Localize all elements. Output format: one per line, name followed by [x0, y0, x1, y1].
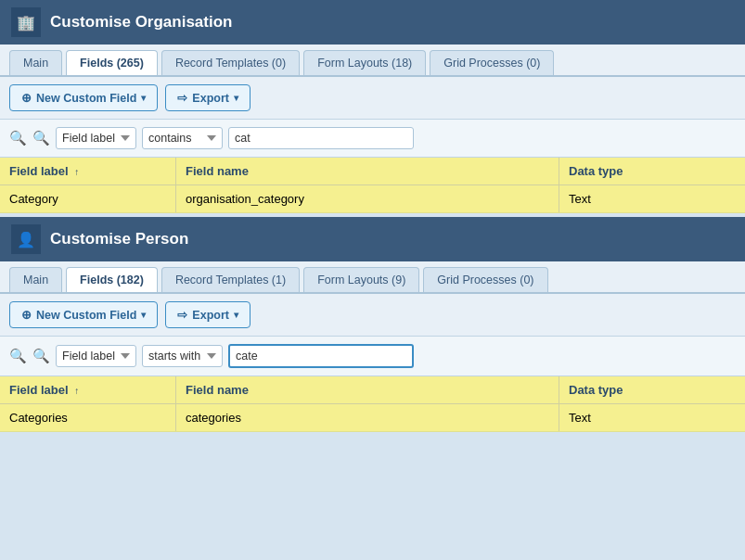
- org-col-type-text: Data type: [569, 164, 623, 178]
- org-filter-row: 🔍 🔍 Field label contains starts with equ…: [0, 120, 745, 158]
- org-col-name-header: Field name: [176, 158, 559, 185]
- org-tab-fields[interactable]: Fields (265): [66, 50, 158, 77]
- org-tab-record-templates[interactable]: Record Templates (0): [161, 50, 300, 75]
- org-toolbar: ⊕ New Custom Field ▾ ⇨ Export ▾: [0, 77, 745, 120]
- person-col-label-text: Field label: [9, 383, 69, 397]
- person-filter-field-select[interactable]: Field label: [56, 345, 136, 367]
- org-filter-condition-select[interactable]: contains starts with equals ends with: [142, 127, 223, 149]
- org-section-header: 🏢 Customise Organisation: [0, 0, 745, 45]
- org-tab-form-layouts[interactable]: Form Layouts (18): [303, 50, 426, 75]
- person-tab-form-layouts[interactable]: Form Layouts (9): [303, 267, 419, 292]
- org-row0-name: organisation_category: [176, 185, 559, 212]
- person-icon: 👤: [11, 224, 41, 254]
- person-export-icon: ⇨: [177, 308, 187, 322]
- sort-asc-icon[interactable]: ↑: [74, 167, 79, 177]
- person-export-label: Export: [192, 309, 229, 322]
- person-new-label: New Custom Field: [36, 309, 136, 322]
- org-filter-value-input[interactable]: [228, 127, 414, 149]
- person-chevron-down-icon: ▾: [141, 310, 146, 320]
- person-title: Customise Person: [50, 230, 188, 248]
- person-row0-type: Text: [559, 404, 745, 431]
- person-export-button[interactable]: ⇨ Export ▾: [165, 301, 250, 328]
- org-filter-field-select[interactable]: Field label: [56, 127, 136, 149]
- person-grid-row-0[interactable]: Categories categories Text: [0, 404, 745, 432]
- person-section: 👤 Customise Person Main Fields (182) Rec…: [0, 217, 745, 432]
- person-zoom-out-icon[interactable]: 🔍: [9, 348, 27, 364]
- person-zoom-in-icon[interactable]: 🔍: [32, 348, 50, 364]
- chevron-down-icon: ▾: [141, 93, 146, 103]
- org-tab-grid-processes[interactable]: Grid Processes (0): [430, 50, 554, 75]
- org-grid-header: Field label ↑ Field name Data type: [0, 158, 745, 185]
- org-title: Customise Organisation: [50, 13, 232, 32]
- org-export-label: Export: [192, 92, 229, 105]
- org-tab-main[interactable]: Main: [9, 50, 62, 75]
- person-col-label-header: Field label ↑: [0, 376, 176, 403]
- person-grid-header: Field label ↑ Field name Data type: [0, 376, 745, 404]
- org-col-label-header: Field label ↑: [0, 158, 176, 185]
- person-filter-row: 🔍 🔍 Field label contains starts with equ…: [0, 337, 745, 376]
- org-col-type-header: Data type: [559, 158, 745, 185]
- person-chevron-down-icon-export: ▾: [234, 310, 238, 320]
- org-icon: 🏢: [11, 7, 41, 37]
- person-col-type-header: Data type: [559, 376, 745, 403]
- person-grid: Field label ↑ Field name Data type Categ…: [0, 376, 745, 432]
- person-tab-grid-processes[interactable]: Grid Processes (0): [423, 267, 547, 292]
- person-row0-label: Categories: [0, 404, 176, 431]
- person-tab-main[interactable]: Main: [9, 267, 62, 292]
- person-tab-fields[interactable]: Fields (182): [66, 267, 158, 294]
- person-row0-name: categories: [176, 404, 559, 431]
- org-row0-label: Category: [0, 185, 176, 212]
- person-col-name-text: Field name: [186, 383, 249, 397]
- org-tabs-row: Main Fields (265) Record Templates (0) F…: [0, 45, 745, 77]
- person-tabs-row: Main Fields (182) Record Templates (1) F…: [0, 261, 745, 294]
- person-plus-icon: ⊕: [21, 308, 32, 322]
- person-new-custom-field-button[interactable]: ⊕ New Custom Field ▾: [9, 301, 158, 328]
- person-filter-value-input[interactable]: [228, 344, 414, 368]
- plus-icon: ⊕: [21, 91, 32, 105]
- org-export-button[interactable]: ⇨ Export ▾: [165, 84, 250, 111]
- person-col-type-text: Data type: [569, 383, 623, 397]
- org-grid-row-0[interactable]: Category organisation_category Text: [0, 185, 745, 213]
- chevron-down-icon-export: ▾: [234, 93, 238, 103]
- person-section-header: 👤 Customise Person: [0, 217, 745, 261]
- org-grid: Field label ↑ Field name Data type Categ…: [0, 158, 745, 213]
- person-sort-asc-icon[interactable]: ↑: [74, 386, 79, 396]
- person-tab-record-templates[interactable]: Record Templates (1): [161, 267, 300, 292]
- org-section: 🏢 Customise Organisation Main Fields (26…: [0, 0, 745, 213]
- export-icon: ⇨: [177, 91, 187, 105]
- zoom-in-icon[interactable]: 🔍: [32, 130, 50, 146]
- zoom-out-icon[interactable]: 🔍: [9, 130, 27, 146]
- person-col-name-header: Field name: [176, 376, 559, 403]
- person-toolbar: ⊕ New Custom Field ▾ ⇨ Export ▾: [0, 294, 745, 337]
- org-col-label-text: Field label: [9, 164, 69, 178]
- org-new-custom-field-button[interactable]: ⊕ New Custom Field ▾: [9, 84, 158, 111]
- org-new-label: New Custom Field: [36, 92, 136, 105]
- person-filter-condition-select[interactable]: contains starts with equals ends with: [142, 345, 223, 367]
- org-col-name-text: Field name: [186, 164, 249, 178]
- org-row0-type: Text: [559, 185, 745, 212]
